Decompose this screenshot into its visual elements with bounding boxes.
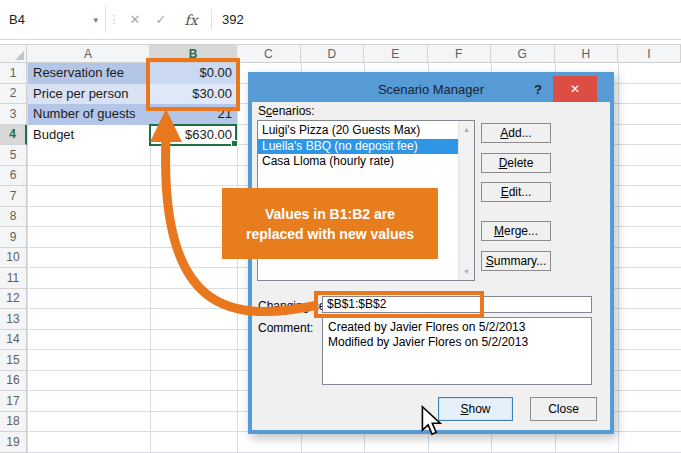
row-header-14[interactable]: 14 [0, 330, 27, 351]
dialog-button-edit[interactable]: Edit... [481, 182, 551, 202]
scenario-item[interactable]: Luella's BBQ (no deposit fee) [258, 139, 459, 155]
comment-label: Comment: [258, 321, 313, 335]
scenario-item[interactable]: Casa Lloma (hourly rate) [258, 154, 459, 170]
range-highlight-b1-b2 [146, 58, 240, 111]
row-header-17[interactable]: 17 [0, 391, 27, 412]
name-box-dropdown-icon[interactable]: ▾ [93, 15, 98, 25]
scroll-down-icon[interactable]: ▼ [459, 264, 474, 279]
cell-A2[interactable]: Price per person [28, 84, 150, 105]
cell-A1[interactable]: Reservation fee [28, 63, 150, 84]
gridline [618, 63, 619, 453]
active-cell-border-b4 [149, 124, 237, 146]
callout-line-2: replaced with new values [246, 224, 414, 244]
cell-A4[interactable]: Budget [28, 125, 150, 146]
cancel-icon[interactable]: ✕ [122, 6, 148, 33]
close-button[interactable]: Close [530, 397, 597, 421]
column-header-I[interactable]: I [618, 44, 681, 63]
callout-line-1: Values in B1:B2 are [265, 204, 395, 224]
dialog-button-add[interactable]: Add... [481, 123, 551, 143]
row-header-11[interactable]: 11 [0, 268, 27, 289]
row-header-13[interactable]: 13 [0, 309, 27, 330]
help-icon[interactable]: ? [528, 76, 548, 102]
scrollbar[interactable]: ▲ ▼ [458, 121, 474, 280]
fill-handle[interactable] [231, 140, 238, 147]
resize-handle-icon: ⋮ [108, 6, 120, 33]
comment-box[interactable]: Created by Javier Flores on 5/2/2013 Mod… [322, 317, 592, 385]
close-icon[interactable]: ✕ [553, 76, 597, 102]
excel-window: B4 ▾ ⋮ ✕ ✓ fx 392 ABCDEFGHI 123456789101… [0, 0, 681, 453]
row-header-16[interactable]: 16 [0, 371, 27, 392]
enter-icon[interactable]: ✓ [148, 6, 174, 33]
row-header-10[interactable]: 10 [0, 248, 27, 269]
changing-cells-highlight [314, 291, 484, 318]
show-button[interactable]: Show [438, 397, 513, 421]
comment-line-1: Created by Javier Flores on 5/2/2013 [328, 320, 586, 335]
select-all-corner[interactable] [0, 44, 27, 63]
column-header-C[interactable]: C [237, 44, 301, 63]
row-header-12[interactable]: 12 [0, 289, 27, 310]
callout-box: Values in B1:B2 are replaced with new va… [222, 188, 438, 259]
dialog-button-merge[interactable]: Merge... [481, 221, 551, 241]
comment-line-2: Modified by Javier Flores on 5/2/2013 [328, 335, 586, 350]
scroll-up-icon[interactable]: ▲ [459, 122, 474, 137]
divider [211, 9, 212, 30]
row-header-8[interactable]: 8 [0, 207, 27, 228]
column-header-E[interactable]: E [364, 44, 428, 63]
row-header-6[interactable]: 6 [0, 166, 27, 187]
dialog-button-summary[interactable]: Summary... [481, 251, 551, 271]
dialog-title-bar[interactable]: Scenario Manager ? ✕ [252, 76, 610, 102]
row-header-7[interactable]: 7 [0, 186, 27, 207]
column-header-G[interactable]: G [491, 44, 555, 63]
column-header-H[interactable]: H [555, 44, 619, 63]
row-header-5[interactable]: 5 [0, 145, 27, 166]
row-header-4[interactable]: 4 [0, 125, 27, 146]
name-box[interactable]: B4 ▾ [0, 6, 106, 33]
formula-bar: B4 ▾ ⋮ ✕ ✓ fx 392 [0, 0, 681, 40]
insert-function-icon[interactable]: fx [176, 6, 206, 33]
row-header-18[interactable]: 18 [0, 412, 27, 433]
name-box-value: B4 [9, 12, 25, 27]
column-header-F[interactable]: F [428, 44, 492, 63]
formula-input[interactable]: 392 [222, 6, 244, 33]
row-header-2[interactable]: 2 [0, 84, 27, 105]
row-header-3[interactable]: 3 [0, 104, 27, 125]
row-header-19[interactable]: 19 [0, 432, 27, 453]
row-header-1[interactable]: 1 [0, 63, 27, 84]
column-header-A[interactable]: A [27, 44, 150, 63]
cell-A3[interactable]: Number of guests [28, 104, 150, 125]
scenarios-label: Scenarios: [258, 104, 315, 118]
dialog-button-delete[interactable]: Delete [481, 153, 551, 173]
scenario-item[interactable]: Luigi's Pizza (20 Guests Max) [258, 123, 459, 139]
row-header-15[interactable]: 15 [0, 350, 27, 371]
row-header-9[interactable]: 9 [0, 227, 27, 248]
column-header-D[interactable]: D [301, 44, 365, 63]
